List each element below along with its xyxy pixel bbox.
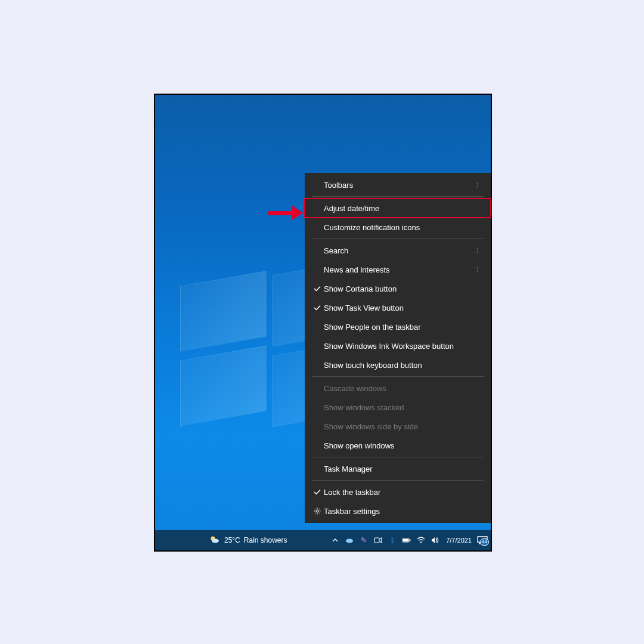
battery-icon[interactable] bbox=[402, 535, 411, 545]
separator bbox=[312, 196, 484, 197]
separator bbox=[312, 376, 484, 377]
menu-item-cortana-button[interactable]: Show Cortana button bbox=[305, 279, 491, 298]
chevron-right-icon: 〉 bbox=[476, 181, 482, 190]
menu-label: Show windows side by side bbox=[324, 422, 482, 431]
meet-now-icon[interactable] bbox=[373, 535, 383, 545]
menu-item-touch-keyboard[interactable]: Show touch keyboard button bbox=[305, 355, 491, 374]
separator bbox=[312, 480, 484, 481]
menu-label: Adjust date/time bbox=[324, 204, 482, 213]
menu-item-search[interactable]: Search 〉 bbox=[305, 241, 491, 260]
menu-label: Show Cortana button bbox=[324, 284, 482, 293]
menu-label: Lock the taskbar bbox=[324, 488, 482, 497]
chevron-right-icon: 〉 bbox=[476, 246, 482, 255]
bluetooth-icon[interactable]: ᛒ bbox=[388, 535, 397, 545]
menu-label: Show Task View button bbox=[324, 304, 482, 312]
action-center-icon[interactable]: 44 bbox=[478, 535, 487, 545]
svg-rect-6 bbox=[410, 540, 411, 541]
menu-label: Show Windows Ink Workspace button bbox=[324, 342, 482, 351]
menu-item-windows-sidebyside: Show windows side by side bbox=[305, 417, 491, 436]
notification-badge: 44 bbox=[480, 538, 489, 546]
menu-item-taskview-button[interactable]: Show Task View button bbox=[305, 298, 491, 317]
taskbar[interactable]: 25°C Rain showers ✎ ᛒ 7/7/2021 44 bbox=[155, 530, 491, 550]
menu-label: Show touch keyboard button bbox=[324, 361, 482, 370]
menu-label: Show windows stacked bbox=[324, 403, 482, 412]
menu-item-taskbar-settings[interactable]: Taskbar settings bbox=[305, 501, 491, 521]
menu-item-people-taskbar[interactable]: Show People on the taskbar bbox=[305, 317, 491, 336]
menu-item-windows-stacked: Show windows stacked bbox=[305, 398, 491, 417]
tray-chevron-up-icon[interactable] bbox=[330, 535, 340, 545]
separator bbox=[312, 457, 484, 457]
menu-item-customize-notifications[interactable]: Customize notification icons bbox=[305, 218, 491, 237]
taskbar-date[interactable]: 7/7/2021 bbox=[445, 537, 473, 544]
svg-rect-9 bbox=[268, 211, 293, 215]
menu-label: Show open windows bbox=[324, 441, 482, 450]
system-tray: ✎ ᛒ 7/7/2021 44 bbox=[327, 535, 491, 545]
menu-item-ink-workspace[interactable]: Show Windows Ink Workspace button bbox=[305, 336, 491, 355]
menu-label: Search bbox=[324, 246, 476, 255]
menu-label: Cascade windows bbox=[324, 384, 482, 393]
menu-item-show-open-windows[interactable]: Show open windows bbox=[305, 436, 491, 455]
check-icon bbox=[311, 488, 324, 496]
svg-rect-4 bbox=[374, 538, 379, 543]
menu-item-cascade-windows: Cascade windows bbox=[305, 379, 491, 398]
svg-point-0 bbox=[316, 510, 318, 512]
menu-label: Taskbar settings bbox=[324, 507, 482, 516]
menu-item-adjust-datetime[interactable]: Adjust date/time bbox=[305, 199, 491, 218]
desktop-screenshot: Toolbars 〉 Adjust date/time Customize no… bbox=[154, 94, 492, 552]
menu-item-task-manager[interactable]: Task Manager bbox=[305, 459, 491, 478]
annotation-arrow-icon bbox=[268, 206, 303, 220]
wifi-icon[interactable] bbox=[416, 535, 426, 545]
menu-item-toolbars[interactable]: Toolbars 〉 bbox=[305, 175, 491, 194]
taskbar-context-menu: Toolbars 〉 Adjust date/time Customize no… bbox=[305, 173, 491, 523]
separator bbox=[312, 239, 484, 239]
weather-text: Rain showers bbox=[244, 536, 287, 544]
svg-point-2 bbox=[212, 539, 219, 543]
check-icon bbox=[311, 304, 324, 312]
weather-icon bbox=[209, 534, 221, 546]
weather-widget[interactable]: 25°C Rain showers bbox=[209, 534, 287, 546]
pen-icon[interactable]: ✎ bbox=[359, 535, 369, 545]
svg-point-3 bbox=[346, 539, 353, 543]
gear-icon bbox=[311, 507, 324, 515]
menu-label: Show People on the taskbar bbox=[324, 323, 482, 332]
onedrive-icon[interactable] bbox=[345, 535, 354, 545]
weather-temp: 25°C bbox=[224, 536, 240, 544]
menu-item-news-interests[interactable]: News and interests 〉 bbox=[305, 260, 491, 279]
menu-label: Task Manager bbox=[324, 465, 482, 473]
menu-label: Toolbars bbox=[324, 181, 476, 190]
svg-point-8 bbox=[420, 541, 422, 543]
check-icon bbox=[311, 284, 324, 293]
menu-label: Customize notification icons bbox=[324, 223, 482, 232]
menu-label: News and interests bbox=[324, 265, 476, 274]
chevron-right-icon: 〉 bbox=[476, 265, 482, 274]
volume-icon[interactable] bbox=[431, 535, 440, 545]
svg-rect-7 bbox=[403, 539, 408, 541]
menu-item-lock-taskbar[interactable]: Lock the taskbar bbox=[305, 482, 491, 501]
